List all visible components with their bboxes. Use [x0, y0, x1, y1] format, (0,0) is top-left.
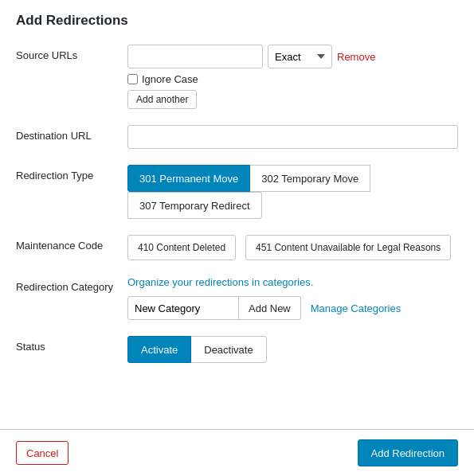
- category-input-row: Add New Manage Categories: [127, 296, 458, 320]
- redirection-type-control: 301 Permanent Move 302 Temporary Move 30…: [127, 165, 458, 219]
- source-url-input[interactable]: [127, 45, 263, 68]
- source-urls-control: Exact Regex Relative Remove Ignore Case …: [127, 45, 458, 109]
- redirection-type-row: Redirection Type 301 Permanent Move 302 …: [16, 165, 458, 219]
- redirection-category-control: Organize your redirections in categories…: [127, 276, 458, 320]
- redirection-category-row: Redirection Category Organize your redir…: [16, 276, 458, 320]
- redirect-type-307-button[interactable]: 307 Temporary Redirect: [127, 192, 262, 219]
- status-control: Activate Deactivate: [127, 336, 458, 363]
- maintenance-code-button-group: 410 Content Deleted 451 Content Unavaila…: [127, 235, 458, 260]
- cancel-button[interactable]: Cancel: [16, 441, 69, 465]
- remove-link[interactable]: Remove: [337, 51, 375, 63]
- ignore-case-label[interactable]: Ignore Case: [142, 73, 198, 85]
- ignore-case-checkbox[interactable]: [127, 74, 138, 84]
- manage-categories-link[interactable]: Manage Categories: [311, 302, 401, 314]
- destination-url-control: [127, 125, 458, 149]
- source-urls-label: Source URLs: [16, 45, 127, 61]
- page-wrapper: Add Redirections Source URLs Exact Regex…: [0, 0, 474, 476]
- destination-url-label: Destination URL: [16, 125, 127, 142]
- add-another-button[interactable]: Add another: [127, 90, 197, 109]
- maintenance-code-row: Maintenance Code 410 Content Deleted 451…: [16, 235, 458, 260]
- redirection-type-label: Redirection Type: [16, 165, 127, 181]
- maintenance-410-button[interactable]: 410 Content Deleted: [127, 235, 236, 260]
- page-title: Add Redirections: [16, 13, 458, 29]
- activate-button[interactable]: Activate: [127, 336, 191, 363]
- redirection-type-button-group: 301 Permanent Move 302 Temporary Move 30…: [127, 165, 458, 219]
- maintenance-code-label: Maintenance Code: [16, 235, 127, 252]
- category-hint: Organize your redirections in categories…: [127, 276, 458, 288]
- ignore-case-row: Ignore Case: [127, 73, 458, 85]
- deactivate-button[interactable]: Deactivate: [190, 336, 266, 363]
- source-urls-row: Source URLs Exact Regex Relative Remove …: [16, 45, 458, 109]
- redirection-category-label: Redirection Category: [16, 276, 127, 293]
- maintenance-code-control: 410 Content Deleted 451 Content Unavaila…: [127, 235, 458, 260]
- footer-bar: Cancel Add Redirection: [0, 429, 474, 476]
- source-url-input-row: Exact Regex Relative Remove: [127, 45, 458, 68]
- destination-url-input[interactable]: [127, 125, 458, 149]
- redirect-type-302-button[interactable]: 302 Temporary Move: [249, 165, 370, 192]
- add-new-category-button[interactable]: Add New: [239, 296, 301, 320]
- add-redirection-button[interactable]: Add Redirection: [358, 439, 459, 466]
- category-name-input[interactable]: [127, 296, 239, 320]
- main-content: Add Redirections Source URLs Exact Regex…: [0, 0, 474, 429]
- status-row: Status Activate Deactivate: [16, 336, 458, 363]
- maintenance-451-button[interactable]: 451 Content Unavailable for Legal Reason…: [245, 235, 451, 260]
- destination-url-row: Destination URL: [16, 125, 458, 149]
- status-label: Status: [16, 336, 127, 353]
- source-url-match-select[interactable]: Exact Regex Relative: [268, 45, 332, 68]
- status-button-group: Activate Deactivate: [127, 336, 458, 363]
- redirect-type-301-button[interactable]: 301 Permanent Move: [127, 165, 250, 192]
